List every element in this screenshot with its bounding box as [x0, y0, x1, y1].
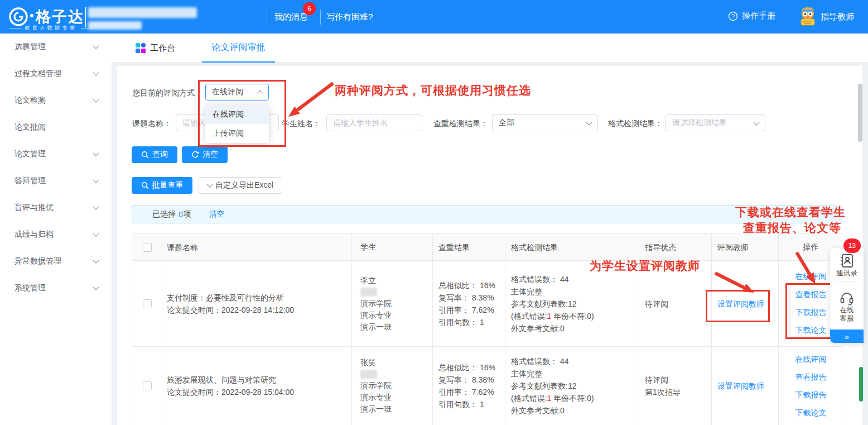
sidebar-item-paper-review[interactable]: 论文批阅	[0, 114, 112, 141]
col-format-result: 格式检测结果	[505, 234, 639, 260]
student-name-input[interactable]	[326, 114, 422, 131]
writing-help-link[interactable]: 写作有困难?	[326, 12, 373, 22]
top-header: 格子达 教育大数据专家 我的消息 6 写作有困难? ? 操作手册	[0, 0, 868, 34]
download-report-link[interactable]: 下载报告	[795, 307, 827, 318]
user-info-redacted	[88, 7, 197, 18]
foreign-refs: 外文参考文献:0	[511, 322, 639, 335]
body-complete: 主体完整	[511, 367, 639, 380]
service-label-line2: 客服	[840, 314, 854, 323]
format-check-result-select[interactable]: 请选择检测结果	[666, 114, 765, 131]
ref-list-count: 参考文献列表数:12	[511, 380, 639, 392]
user-info-redacted-2	[88, 21, 142, 30]
batch-check-button[interactable]: 批量查重	[132, 177, 192, 194]
quote-sentences: 引用句数： 1	[438, 398, 505, 410]
sidebar-item-process-doc-mgmt[interactable]: 过程文档管理	[0, 60, 112, 87]
sidebar-item-grades-archive[interactable]: 成绩与归档	[0, 221, 112, 248]
chevron-down-icon	[93, 176, 99, 183]
tab-workbench-label: 工作台	[150, 43, 175, 54]
my-messages-link[interactable]: 我的消息	[274, 12, 308, 22]
guide-status: 待评阅	[645, 298, 711, 310]
sidebar-item-system-mgmt[interactable]: 系统管理	[0, 275, 112, 302]
quote-rate: 引用率： 7.62%	[438, 386, 505, 398]
tab-bar: 工作台 论文评阅审批	[112, 34, 868, 63]
floating-side-panel: 通讯录 在线 客服 »	[830, 248, 864, 343]
sidebar-item-paper-mgmt[interactable]: 论文管理	[0, 141, 112, 168]
search-icon	[141, 151, 149, 159]
brand-logo-dot	[30, 14, 33, 17]
dup-check-result-select[interactable]: 全部	[492, 114, 598, 131]
dropdown-option-online-review[interactable]: 在线评阅	[205, 105, 269, 124]
download-paper-link[interactable]: 下载论文	[795, 325, 827, 336]
selected-prefix: 已选择	[152, 209, 176, 219]
guide-status: 待评阅	[645, 374, 711, 386]
chevron-down-icon	[93, 203, 99, 209]
export-excel-button[interactable]: 自定义导出Excel	[199, 177, 282, 194]
messages-count-badge: 6	[303, 2, 316, 15]
chevron-down-icon	[93, 150, 99, 156]
student-college: 演示学院	[360, 380, 432, 391]
main-panel: 您目前的评阅方式 在线评阅 课题名称： 学生姓名： 查重检测结果： 全部 格式检…	[117, 66, 862, 425]
chevron-down-icon	[93, 42, 99, 49]
topic-title: 旅游发展现状、问题与对策研究	[167, 374, 351, 386]
sidebar-item-abnormal-data[interactable]: 异常数据管理	[0, 248, 112, 275]
student-major: 演示专业	[360, 309, 432, 321]
table-row: 旅游发展现状、问题与对策研究 论文提交时间：2022-09-28 15:04:0…	[132, 347, 842, 425]
view-report-link[interactable]: 查看报告	[795, 289, 827, 300]
selected-unit: 项	[184, 209, 191, 219]
refresh-icon	[191, 151, 199, 159]
body-complete: 主体完整	[511, 285, 639, 298]
scrollbar-thumb-bottom[interactable]	[859, 367, 863, 402]
copy-rate: 复写率： 8.38%	[438, 374, 505, 386]
contacts-button[interactable]: 通讯录	[830, 248, 864, 278]
col-reviewer: 评阅教师	[712, 234, 779, 260]
chevron-down-icon	[586, 119, 592, 125]
tab-workbench[interactable]: 工作台	[136, 34, 175, 63]
online-review-link[interactable]: 在线评阅	[795, 354, 827, 365]
selection-bar: 已选择 0 项 清空	[132, 206, 842, 223]
search-button[interactable]: 查询	[132, 146, 177, 163]
workbench-grid-icon	[136, 43, 146, 53]
manual-link[interactable]: ? 操作手册	[728, 11, 775, 21]
mascot-icon[interactable]	[797, 5, 819, 27]
reset-button[interactable]: 清空	[182, 146, 228, 163]
student-id-redacted	[360, 288, 377, 297]
download-report-link[interactable]: 下载报告	[795, 390, 827, 400]
col-dup-result: 查重结果	[433, 234, 505, 260]
row-checkbox[interactable]	[143, 381, 152, 390]
select-all-checkbox[interactable]	[143, 243, 152, 252]
panel-expand-button[interactable]: »	[830, 330, 864, 343]
download-paper-link[interactable]: 下载论文	[795, 408, 827, 418]
set-reviewer-link[interactable]: 设置评阅教师	[717, 298, 778, 310]
review-mode-select[interactable]: 在线评阅	[205, 84, 269, 101]
clear-selection-link[interactable]: 清空	[209, 209, 225, 219]
sidebar-item-defense-mgmt[interactable]: 答辩管理	[0, 168, 112, 194]
tab-paper-review-approval[interactable]: 论文评阅审批	[202, 34, 275, 63]
view-report-link[interactable]: 查看报告	[795, 372, 827, 383]
topic-title: 支付制度：必要性及可行性的分析	[167, 292, 351, 304]
chevron-down-icon	[93, 284, 99, 290]
sidebar-item-blind-review[interactable]: 盲评与推优	[0, 194, 112, 221]
online-service-button[interactable]: 在线 客服	[830, 286, 864, 323]
set-reviewer-link[interactable]: 设置评阅教师	[717, 380, 778, 392]
sidebar-item-topic-mgmt[interactable]: 选题管理	[0, 34, 112, 60]
papers-table: 课题名称 学生 查重结果 格式检测结果 指导状态 评阅教师 操作 支付制度：必要…	[132, 233, 842, 425]
row-checkbox[interactable]	[143, 299, 152, 308]
table-row: 支付制度：必要性及可行性的分析 论文提交时间：2022-09-28 14:12:…	[132, 261, 842, 347]
table-header-row: 课题名称 学生 查重结果 格式检测结果 指导状态 评阅教师 操作	[132, 234, 842, 261]
brand-tagline-text: 教育大数据专家	[25, 25, 78, 32]
service-label-line1: 在线	[840, 306, 854, 314]
col-topic: 课题名称	[162, 234, 352, 260]
sidebar-item-paper-check[interactable]: 论文检测	[0, 87, 112, 114]
review-mode-dropdown: 在线评阅 上传评阅	[205, 105, 269, 143]
format-errors: 格式错误数： 44	[511, 355, 639, 367]
scrollbar-thumb-top[interactable]	[858, 84, 862, 142]
online-review-link[interactable]: 在线评阅	[795, 271, 827, 282]
student-class: 演示一班	[360, 321, 432, 333]
selected-count: 0	[179, 210, 183, 219]
question-circle-icon: ?	[728, 11, 738, 21]
col-guide-status: 指导状态	[639, 234, 712, 260]
copy-rate: 复写率： 8.38%	[438, 292, 505, 304]
search-icon	[141, 182, 149, 189]
guide-teacher-link[interactable]: 指导教师	[821, 12, 854, 22]
dropdown-option-upload-review[interactable]: 上传评阅	[205, 124, 269, 143]
